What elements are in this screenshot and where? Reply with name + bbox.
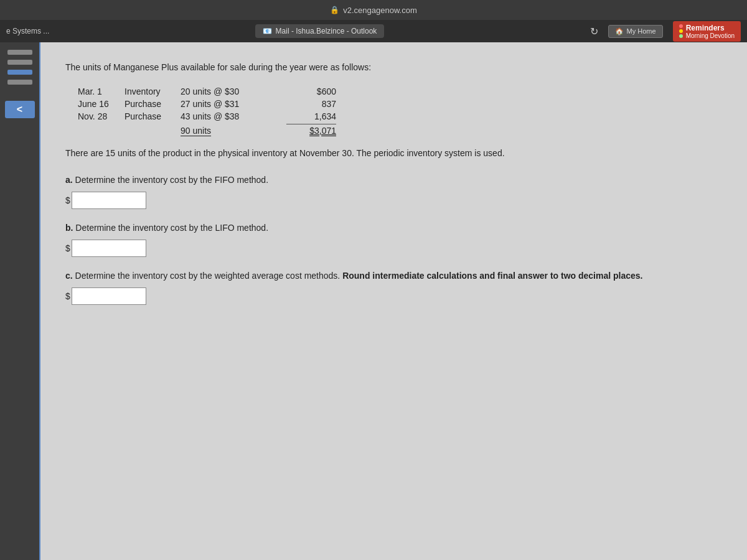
sidebar-nav-back[interactable]: < [5,101,35,118]
my-home-button[interactable]: 🏠 My Home [608,25,663,38]
home-icon: 🏠 [615,27,624,35]
table-row: Nov. 28 Purchase 43 units @ $38 1,634 [78,111,722,121]
row-units-2: 27 units @ $31 [181,99,286,109]
my-home-label: My Home [627,27,656,35]
dollar-sign-a: $ [65,195,70,205]
url-text: v2.cengagenow.com [343,6,417,15]
row-date-3: Nov. 28 [78,111,125,121]
row-date-1: Mar. 1 [78,86,125,96]
sidebar-stripe-4 [7,80,32,85]
dollar-sign-c: $ [65,291,70,301]
question-a-block: a. Determine the inventory cost by the F… [65,174,722,209]
reminders-dots [679,24,683,38]
refresh-button[interactable]: ↻ [590,26,598,37]
row-date-2: June 16 [78,99,125,109]
answer-input-a[interactable] [72,192,146,209]
question-c-block: c. Determine the inventory cost by the w… [65,269,722,305]
lock-icon: 🔒 [330,6,339,14]
mail-label: Mail - Ishua.Belzince - Outlook [276,27,377,35]
dot-red [679,24,683,28]
total-units: 90 units [181,126,286,136]
url-bar: 🔒 v2.cengagenow.com [330,6,417,15]
question-b-block: b. Determine the inventory cost by the L… [65,222,722,257]
outlook-icon: 📧 [263,27,272,35]
mail-taskbar-item[interactable]: 📧 Mail - Ishua.Belzince - Outlook [255,24,385,38]
reminders-title: Reminders [686,24,735,32]
dot-green [679,34,683,38]
table-row: June 16 Purchase 27 units @ $31 837 [78,99,722,109]
content-area: The units of Manganese Plus available fo… [40,42,747,560]
inventory-note: There are 15 units of the product in the… [65,147,722,160]
sidebar-stripe-2 [7,60,32,65]
sidebar-stripe-3 [7,70,32,75]
taskbar-right: ↻ 🏠 My Home Reminders Morning Devotion [590,21,741,42]
row-amount-3: 1,634 [286,111,336,121]
question-c-label: c. Determine the inventory cost by the w… [65,269,722,282]
question-b-input-group: $ [65,240,722,257]
reminders-text: Reminders Morning Devotion [686,24,735,39]
main-layout: < The units of Manganese Plus available … [0,42,747,560]
question-c-input-group: $ [65,287,722,305]
question-a-input-group: $ [65,192,722,209]
inventory-table: Mar. 1 Inventory 20 units @ $30 $600 Jun… [78,86,722,136]
taskbar: e Systems ... 📧 Mail - Ishua.Belzince - … [0,20,747,42]
row-type-1: Inventory [125,86,181,96]
dollar-sign-b: $ [65,243,70,253]
question-b-label: b. Determine the inventory cost by the L… [65,222,722,235]
table-row: Mar. 1 Inventory 20 units @ $30 $600 [78,86,722,96]
reminders-button[interactable]: Reminders Morning Devotion [673,21,741,42]
row-units-3: 43 units @ $38 [181,111,286,121]
top-bar: 🔒 v2.cengagenow.com [0,0,747,20]
row-units-1: 20 units @ $30 [181,86,286,96]
row-amount-2: 837 [286,99,336,109]
answer-input-c[interactable] [72,287,146,305]
reminders-subtitle: Morning Devotion [686,32,735,39]
total-amount: $3,071 [286,124,336,136]
sidebar-stripe-1 [7,50,32,55]
row-amount-1: $600 [286,86,336,96]
row-type-2: Purchase [125,99,181,109]
row-type-3: Purchase [125,111,181,121]
question-a-label: a. Determine the inventory cost by the F… [65,174,722,187]
sidebar: < [0,42,40,560]
dot-yellow [679,29,683,33]
answer-input-b[interactable] [72,240,146,257]
systems-label: e Systems ... [6,27,49,35]
taskbar-center: 📧 Mail - Ishua.Belzince - Outlook [59,24,580,38]
taskbar-left: e Systems ... [6,27,49,35]
intro-text: The units of Manganese Plus available fo… [65,61,722,74]
total-row: 90 units $3,071 [181,124,722,136]
